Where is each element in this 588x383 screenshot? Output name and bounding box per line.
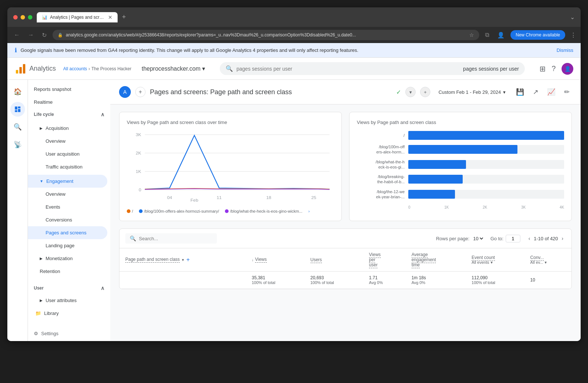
page-path-filter-dropdown[interactable]: ▾ (182, 258, 184, 262)
sidebar-item-user-attributes[interactable]: ▶ User attributes (28, 294, 107, 307)
events-label: Events (46, 204, 60, 210)
sidebar-item-reports-snapshot[interactable]: Reports snapshot (28, 83, 107, 96)
th-conversions: Conv... All ev... ▾ (524, 248, 571, 272)
table-search-input[interactable] (139, 236, 212, 241)
nav-advertising-button[interactable]: 📡 (10, 137, 25, 152)
title-options-button[interactable]: ▾ (405, 87, 416, 97)
lifecycle-section-header[interactable]: Life cycle ∧ (28, 109, 110, 120)
browser-tabs: 📊 Analytics | Pages and scree… ✕ + (37, 12, 566, 22)
property-name: theprocesshacker.com (141, 65, 200, 72)
add-metric-button[interactable]: + (420, 87, 430, 97)
sidebar-item-traffic-acquisition[interactable]: Traffic acquisition (28, 160, 107, 173)
help-button[interactable]: ? (552, 64, 556, 73)
user-attributes-label: User attributes (46, 298, 77, 303)
line-chart-card: Views by Page path and screen class over… (119, 112, 342, 221)
user-avatar[interactable]: 👤 (562, 63, 573, 75)
bar-track-4 (408, 190, 564, 199)
sidebar-item-user-acquisition[interactable]: User acquisition (28, 148, 107, 160)
nav-explore-button[interactable]: 🔍 (10, 120, 25, 134)
save-report-button[interactable]: 💾 (514, 86, 526, 98)
address-bar[interactable]: 🔒 analytics.google.com/analytics/web/#/p… (53, 30, 479, 40)
profile-button[interactable]: 👤 (495, 30, 507, 40)
new-chrome-button[interactable]: New Chrome available (510, 30, 565, 40)
line-chart-title: Views by Page path and screen class over… (127, 120, 334, 125)
active-tab[interactable]: 📊 Analytics | Pages and scree… ✕ (37, 12, 118, 22)
all-accounts-link[interactable]: All accounts (63, 66, 87, 71)
minimize-window-button[interactable] (21, 15, 25, 19)
sidebar-item-conversions[interactable]: Conversions (28, 213, 107, 226)
reload-button[interactable]: ↻ (40, 30, 49, 40)
apps-grid-button[interactable]: ⊞ (539, 64, 546, 73)
dismiss-button[interactable]: Dismiss (557, 47, 574, 53)
rows-per-page-select[interactable]: 10 25 50 (472, 235, 484, 242)
date-range-selector[interactable]: Custom Feb 1 - Feb 29, 2024 ▾ (435, 87, 509, 97)
maximize-window-button[interactable] (28, 15, 32, 19)
extensions-button[interactable]: ⧉ (483, 30, 491, 40)
date-range-dropdown-icon: ▾ (503, 89, 506, 95)
bar-row-3: /blog/breaking-the-habit-of-b... (357, 174, 564, 185)
realtime-label: Realtime (34, 99, 53, 105)
event-count-filter-icon[interactable]: ▾ (491, 260, 493, 265)
share-button[interactable]: ↗ (531, 86, 541, 98)
bookmark-icon[interactable]: ☆ (469, 32, 474, 38)
bar-track-3 (408, 175, 564, 184)
nav-home-button[interactable]: 🏠 (10, 84, 25, 99)
sidebar-item-acq-overview[interactable]: Overview (28, 135, 107, 148)
new-tab-button[interactable]: + (119, 12, 129, 22)
goto-label: Go to: (490, 236, 503, 241)
legend-dot-blog1 (139, 209, 143, 213)
trend-button[interactable]: 📈 (545, 86, 557, 98)
forward-button[interactable]: → (26, 30, 36, 40)
sidebar-item-engagement[interactable]: ▼ Engagement (28, 175, 107, 188)
svg-text:0: 0 (139, 188, 141, 192)
bar-fill-0 (408, 131, 564, 140)
account-name: The Process Hacker (92, 66, 132, 71)
browser-menu-button[interactable]: ⋮ (570, 32, 576, 39)
search-input[interactable] (237, 66, 460, 72)
sidebar-item-acquisition[interactable]: ▶ Acquisition (28, 122, 107, 135)
avg-engagement-col-label: Averageengagementtime (412, 252, 436, 268)
nav-reports-button[interactable] (10, 102, 25, 117)
user-section-header[interactable]: User ∧ (28, 282, 110, 294)
sidebar-item-landing-page[interactable]: Landing page (28, 239, 107, 252)
property-dropdown-icon: ▾ (202, 65, 205, 72)
goto-input[interactable] (506, 235, 520, 242)
th-views[interactable]: ↓ Views (246, 248, 305, 272)
next-page-button[interactable]: › (559, 233, 566, 244)
totals-views-per-user: 1.71 (369, 275, 400, 280)
global-search[interactable]: 🔍 pages sessions per user (220, 62, 525, 75)
add-column-button[interactable]: + (186, 256, 190, 263)
settings-gear-icon: ⚙ (34, 331, 38, 336)
conv-filter-icon[interactable]: ▾ (545, 260, 547, 265)
eng-overview-label: Overview (46, 191, 65, 197)
tab-list-chevron[interactable]: ⌄ (570, 14, 575, 21)
sidebar-item-monetization[interactable]: ▶ Monetization (28, 252, 107, 265)
main-body: 🏠 🔍 📡 Reports snapshot Realtime (7, 80, 581, 341)
sidebar-item-events[interactable]: Events (28, 201, 107, 213)
add-comparison-button[interactable]: + (135, 87, 146, 97)
back-button[interactable]: ← (12, 30, 22, 40)
sidebar-item-eng-overview[interactable]: Overview (28, 188, 107, 201)
legend-more-button[interactable]: › (308, 209, 310, 213)
property-selector[interactable]: theprocesshacker.com ▾ (141, 65, 205, 72)
info-banner: ℹ Google signals have been removed from … (7, 43, 581, 58)
sidebar-item-retention[interactable]: Retention (28, 265, 107, 278)
settings-button[interactable]: ⚙ Settings (34, 327, 104, 340)
bar-label-0: / (357, 133, 405, 138)
account-navigation: All accounts › The Process Hacker (63, 66, 131, 71)
goto-control: Go to: (490, 235, 520, 242)
sidebar-item-realtime[interactable]: Realtime (28, 96, 107, 109)
th-conv-content: Conv... All ev... ▾ (530, 255, 566, 265)
totals-views-cell: 35,381 100% of total (246, 272, 305, 289)
sidebar-item-pages-screens[interactable]: Pages and screens (28, 226, 107, 239)
close-window-button[interactable] (13, 15, 18, 19)
edit-button[interactable]: ✏ (562, 86, 572, 98)
prev-page-button[interactable]: ‹ (526, 233, 533, 244)
svg-text:04: 04 (167, 196, 172, 200)
legend-item-blog2: /blog/what-the-heck-is-eos-gino-wickm... (225, 209, 302, 213)
sidebar-item-library[interactable]: 📁 Library (28, 307, 107, 320)
data-table: Page path and screen class ▾ + ↓ (119, 248, 571, 289)
tab-close-button[interactable]: ✕ (108, 14, 112, 20)
table-search-wrap[interactable]: 🔍 (125, 233, 217, 244)
bar-axis: 01K2K3K4K (357, 204, 564, 209)
